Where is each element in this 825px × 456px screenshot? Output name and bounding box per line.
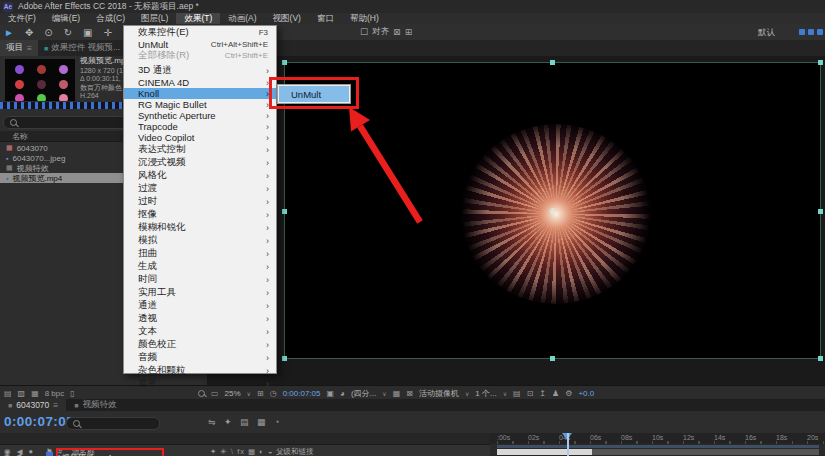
menu-item-effect-controls[interactable]: 效果控件(E) F3 [124, 26, 276, 39]
effects-category-item[interactable]: Video Copilot [124, 132, 276, 143]
annotation-highlight-box [269, 77, 359, 109]
tab-project[interactable]: 项目 [0, 40, 38, 56]
anchor-point-icon[interactable] [549, 207, 558, 216]
menu-view[interactable]: 视图(V) [265, 13, 309, 25]
effects-category-item[interactable]: 文本 [124, 325, 276, 338]
workspace-switcher-icons[interactable] [799, 29, 823, 35]
effects-category-item[interactable]: 通道 [124, 299, 276, 312]
effects-category-item[interactable]: 生成 [124, 260, 276, 273]
effects-category-item[interactable]: 杂色和颗粒 [124, 364, 276, 377]
effects-category-item[interactable]: 模糊和锐化 [124, 221, 276, 234]
layer-handle[interactable] [282, 356, 287, 361]
interpret-footage-icon[interactable]: ▤ [4, 389, 12, 398]
chevron-right-icon [266, 157, 269, 168]
timeline-view-options-icons[interactable] [208, 417, 283, 427]
effects-category-item[interactable]: 时间 [124, 273, 276, 286]
grid-option-icon[interactable] [405, 27, 413, 37]
menu-edit[interactable]: 编辑(E) [44, 13, 88, 25]
timeline-tab-active[interactable]: 6043070 [0, 399, 66, 411]
effects-category-item[interactable]: Trapcode [124, 121, 276, 132]
menu-item-remove-all: 全部移除(R) Ctrl+Shift+E [124, 50, 276, 63]
rotate-tool-icon[interactable] [64, 27, 72, 38]
menu-composition[interactable]: 合成(C) [88, 13, 133, 25]
effects-category-item[interactable]: 表达式控制 [124, 143, 276, 156]
effects-category-item[interactable]: 3D 通道 [124, 64, 276, 77]
layer-toggle-icons[interactable] [4, 452, 23, 456]
menu-window[interactable]: 窗口 [309, 13, 342, 25]
selection-tool-icon[interactable] [4, 27, 14, 38]
zoom-tool-icon[interactable] [44, 27, 52, 38]
menu-help[interactable]: 帮助(H) [342, 13, 387, 25]
exposure-value[interactable]: +0.0 [578, 389, 594, 398]
layer-label-color[interactable] [46, 452, 53, 456]
new-folder-icon[interactable]: ▧ [18, 389, 26, 398]
layer-handle[interactable] [550, 356, 555, 361]
workspace-label[interactable]: 默认 [758, 27, 775, 39]
snapshot-camera-icon[interactable]: ▣ [326, 389, 334, 398]
timeline-tab[interactable]: 视频特效 [66, 399, 124, 411]
snap-option-icon[interactable] [393, 27, 401, 37]
layer-handle[interactable] [282, 209, 287, 214]
menu-item-unmult-recent[interactable]: UnMult Ctrl+Alt+Shift+E [124, 39, 276, 50]
effects-category-item[interactable]: 过时 [124, 195, 276, 208]
new-composition-icon[interactable]: ▦ [31, 389, 39, 398]
transparency-grid-icon[interactable]: ⊠ [406, 389, 413, 398]
effects-category-item[interactable]: 遮罩 [124, 377, 276, 390]
camera-select[interactable]: 活动摄像机 [419, 388, 459, 399]
work-area-bar[interactable] [497, 445, 819, 448]
menu-effect[interactable]: 效果(T) [176, 13, 220, 25]
region-of-interest-icon[interactable]: ▦ [393, 389, 401, 398]
layer-handle[interactable] [550, 60, 555, 65]
layer-handle[interactable] [282, 60, 287, 65]
timeline-jump-icon[interactable]: ↥ [539, 389, 546, 398]
trash-icon[interactable]: ▯ [70, 389, 74, 398]
hand-tool-icon[interactable] [25, 27, 33, 38]
chevron-down-icon[interactable] [503, 389, 507, 398]
menu-item-knoll[interactable]: Knoll [124, 88, 276, 99]
panel-menu-icon[interactable] [27, 43, 32, 53]
effects-category-item[interactable]: CINEMA 4D [124, 77, 276, 88]
resolution-select[interactable]: (四分... [351, 388, 376, 399]
effects-category-item[interactable]: 过渡 [124, 182, 276, 195]
layer-handle[interactable] [818, 60, 823, 65]
comp-mini-icon [74, 400, 78, 410]
chevron-right-icon [266, 132, 269, 143]
exposure-gear-icon[interactable]: ⚙ [565, 389, 572, 398]
view-layout-select[interactable]: 1 个... [475, 388, 496, 399]
chevron-down-icon[interactable] [382, 389, 386, 398]
chevron-right-icon [266, 196, 269, 207]
effects-category-item[interactable]: 透视 [124, 312, 276, 325]
effects-category-item[interactable]: 模拟 [124, 234, 276, 247]
menu-layer[interactable]: 图层(L) [133, 13, 176, 25]
menu-file[interactable]: 文件(F) [0, 13, 44, 25]
effects-category-item[interactable]: 风格化 [124, 169, 276, 182]
layer-handle[interactable] [818, 356, 823, 361]
effects-category-item[interactable]: 音频 [124, 351, 276, 364]
effects-category-item[interactable]: 颜色校正 [124, 338, 276, 351]
fast-preview-icon[interactable]: ⊡ [527, 389, 534, 398]
pan-behind-tool-icon[interactable] [104, 27, 112, 38]
effects-category-item[interactable]: Synthetic Aperture [124, 110, 276, 121]
tab-effect-controls[interactable]: 效果控件 视频预... [38, 40, 126, 56]
pixel-aspect-icon[interactable]: ▤ [513, 389, 521, 398]
layer-handle[interactable] [818, 209, 823, 214]
effects-category-item[interactable]: 沉浸式视频 [124, 156, 276, 169]
effects-category-item[interactable]: 扭曲 [124, 247, 276, 260]
timeline-search-input[interactable] [66, 417, 160, 430]
layer-duration-bar[interactable] [497, 449, 819, 455]
playhead-line[interactable] [567, 433, 569, 456]
flowchart-icon[interactable]: ♟ [552, 389, 559, 398]
effects-category-item[interactable]: RG Magic Bullet [124, 99, 276, 110]
snap-checkbox[interactable] [360, 27, 368, 37]
channels-icon[interactable]: ◕ [340, 389, 345, 398]
viewer-timecode[interactable]: 0:00:07:05 [283, 389, 321, 398]
project-bit-depth[interactable]: 8 bpc [45, 389, 65, 398]
camera-tool-icon[interactable] [83, 27, 92, 38]
panel-menu-icon[interactable] [53, 400, 58, 410]
current-timecode[interactable]: 0:00:07:05 [4, 414, 74, 429]
footage-thumbnail [5, 59, 75, 101]
menu-animation[interactable]: 动画(A) [220, 13, 264, 25]
effects-category-item[interactable]: 实用工具 [124, 286, 276, 299]
chevron-down-icon[interactable] [465, 389, 469, 398]
effects-category-item[interactable]: 抠像 [124, 208, 276, 221]
